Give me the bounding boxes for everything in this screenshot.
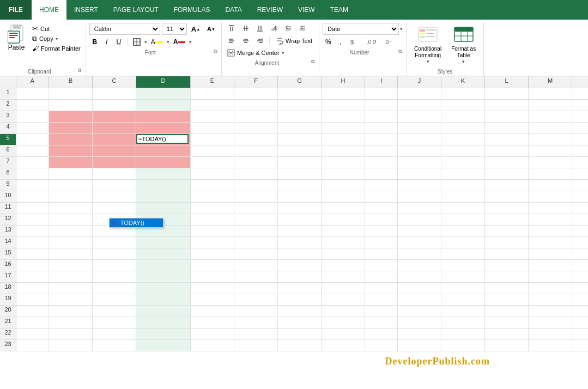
grid-cell[interactable] — [234, 271, 278, 282]
grid-cell[interactable] — [49, 214, 93, 225]
grid-cell[interactable] — [234, 237, 278, 248]
text-direction-button[interactable]: ab — [268, 23, 281, 34]
grid-cell[interactable] — [136, 100, 191, 111]
grid-cell[interactable] — [93, 340, 136, 351]
wrap-text-button[interactable]: Wrap Text — [272, 36, 316, 46]
grid-cell[interactable] — [93, 248, 136, 259]
col-header-f[interactable]: F — [234, 76, 278, 88]
grid-cell[interactable] — [93, 134, 136, 145]
row-number-8[interactable]: 8 — [0, 168, 16, 179]
grid-cell[interactable] — [485, 214, 529, 225]
grid-cell[interactable] — [322, 191, 365, 202]
tab-page-layout[interactable]: PAGE LAYOUT — [106, 0, 166, 20]
grid-cell[interactable] — [365, 191, 398, 202]
tab-team[interactable]: TEAM — [323, 0, 356, 20]
grid-cell[interactable] — [398, 283, 441, 294]
grid-cell[interactable] — [365, 329, 398, 339]
grid-cell[interactable] — [16, 317, 49, 328]
grid-cell[interactable] — [365, 123, 398, 133]
conditional-formatting-button[interactable]: Conditional Formatting ▾ — [410, 23, 446, 66]
font-color-button[interactable]: A — [171, 37, 189, 47]
grid-cell[interactable] — [191, 248, 234, 259]
grid-cell[interactable] — [278, 88, 322, 99]
grid-cell[interactable] — [485, 226, 529, 236]
comma-button[interactable]: , — [335, 37, 346, 47]
grid-cell[interactable] — [441, 168, 485, 179]
col-header-l[interactable]: L — [485, 76, 529, 88]
grid-cell[interactable] — [398, 88, 441, 99]
grid-cell[interactable] — [93, 157, 136, 168]
grid-cell[interactable] — [322, 214, 365, 225]
grid-cell[interactable] — [191, 100, 234, 111]
grid-cell[interactable] — [365, 134, 398, 145]
grid-cell[interactable] — [365, 340, 398, 351]
grid-cell[interactable] — [16, 123, 49, 133]
grid-cell[interactable] — [529, 88, 572, 99]
grid-cell[interactable] — [234, 180, 278, 191]
grid-cell[interactable] — [191, 145, 234, 156]
grid-cell[interactable] — [365, 203, 398, 214]
grid-cell[interactable] — [365, 226, 398, 236]
col-header-e[interactable]: E — [191, 76, 234, 88]
grid-cell[interactable] — [398, 157, 441, 168]
grid-cell[interactable] — [278, 340, 322, 351]
align-middle-button[interactable] — [239, 23, 252, 34]
grid-cell[interactable] — [234, 294, 278, 305]
grid-cell[interactable] — [485, 180, 529, 191]
grid-cell[interactable] — [398, 168, 441, 179]
grid-cell[interactable] — [322, 123, 365, 133]
grid-cell[interactable] — [16, 340, 49, 351]
grid-cell[interactable] — [191, 306, 234, 317]
grid-cell[interactable] — [49, 88, 93, 99]
font-color-dropdown-arrow[interactable]: ▾ — [189, 39, 192, 45]
grid-cell[interactable] — [441, 271, 485, 282]
currency-button[interactable]: $ — [347, 37, 358, 47]
grid-cell[interactable] — [322, 111, 365, 122]
grid-cell[interactable] — [485, 306, 529, 317]
tab-view[interactable]: VIEW — [290, 0, 323, 20]
grid-cell[interactable] — [398, 340, 441, 351]
align-right-button[interactable] — [253, 35, 266, 46]
grid-cell[interactable] — [441, 226, 485, 236]
format-as-table-arrow[interactable]: ▾ — [462, 59, 465, 64]
grid-cell[interactable] — [398, 306, 441, 317]
grid-cell[interactable] — [441, 294, 485, 305]
grid-cell[interactable] — [49, 294, 93, 305]
grid-cell[interactable] — [322, 157, 365, 168]
grid-cell[interactable] — [278, 237, 322, 248]
grid-cell[interactable] — [322, 180, 365, 191]
increase-decimal-button[interactable]: .00+ — [364, 37, 380, 47]
grid-cell[interactable] — [322, 203, 365, 214]
grid-cell[interactable] — [485, 145, 529, 156]
grid-cell[interactable] — [529, 168, 572, 179]
grid-cell[interactable] — [136, 168, 191, 179]
grid-cell[interactable] — [365, 180, 398, 191]
align-top-button[interactable] — [225, 23, 238, 34]
grid-cell[interactable] — [191, 168, 234, 179]
grid-cell[interactable] — [398, 294, 441, 305]
grid-cell[interactable] — [441, 180, 485, 191]
grid-cell[interactable] — [278, 317, 322, 328]
tab-formulas[interactable]: FORMULAS — [166, 0, 218, 20]
grid-cell[interactable] — [441, 260, 485, 271]
copy-dropdown-arrow[interactable]: ▾ — [56, 37, 58, 41]
col-header-i[interactable]: I — [365, 76, 398, 88]
grid-cell[interactable] — [441, 134, 485, 145]
font-size-select[interactable]: 11 — [162, 23, 187, 35]
grid-cell[interactable] — [136, 157, 191, 168]
grid-cell[interactable] — [93, 271, 136, 282]
grid-cell[interactable] — [365, 271, 398, 282]
border-button[interactable] — [130, 37, 143, 47]
cut-button[interactable]: ✂ Cut — [31, 24, 82, 33]
grid-cell[interactable] — [278, 283, 322, 294]
grid-cell[interactable] — [441, 111, 485, 122]
grid-cell[interactable] — [485, 100, 529, 111]
grid-cell[interactable] — [529, 294, 572, 305]
number-format-arrow[interactable]: ▾ — [400, 26, 403, 32]
grid-cell[interactable] — [136, 145, 191, 156]
grid-cell[interactable] — [234, 317, 278, 328]
grid-cell[interactable] — [49, 100, 93, 111]
grid-cell[interactable] — [278, 123, 322, 133]
grid-cell[interactable] — [278, 191, 322, 202]
grid-cell[interactable] — [16, 226, 49, 236]
